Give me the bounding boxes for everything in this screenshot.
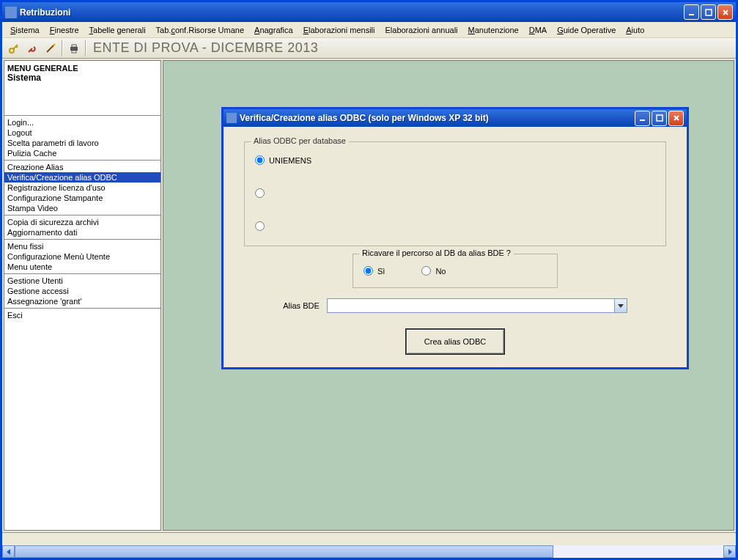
scroll-thumb[interactable] xyxy=(15,545,553,558)
menubar: SistemaFinestreTabelle generaliTab.conf.… xyxy=(2,22,736,38)
sidebar-item[interactable]: Esci xyxy=(4,310,160,320)
sidebar-item[interactable]: Menu utente xyxy=(4,262,160,272)
alias-bde-label: Alias BDE xyxy=(283,301,320,310)
menu-elaborazioni-annuali[interactable]: Elaborazioni annuali xyxy=(380,24,462,36)
menu-manutenzione[interactable]: Manutenzione xyxy=(463,24,524,36)
menu-tabelle-generali[interactable]: Tabelle generali xyxy=(84,24,151,36)
scroll-left-icon[interactable] xyxy=(2,545,15,558)
print-icon[interactable] xyxy=(65,40,83,57)
radio-uniemens-label: UNIEMENS xyxy=(269,156,311,165)
sidebar-item[interactable]: Creazione Alias xyxy=(4,162,160,172)
sidebar-item[interactable]: Gestione accessi xyxy=(4,286,160,296)
radio-yes[interactable]: Sì xyxy=(364,266,385,276)
svg-line-7 xyxy=(47,45,53,52)
svg-rect-10 xyxy=(72,45,76,47)
workspace: Verifica/Creazione alias ODBC (solo per … xyxy=(163,60,734,531)
sidebar-item[interactable]: Scelta parametri di lavoro xyxy=(4,138,160,148)
create-alias-button[interactable]: Crea alias ODBC xyxy=(406,329,504,354)
context-label: ENTE DI PROVA - DICEMBRE 2013 xyxy=(93,40,318,56)
sidebar-title-1: MENU GENERALE xyxy=(7,64,158,73)
radio-db-3-input[interactable] xyxy=(255,221,265,231)
sidebar-item[interactable]: Aggiornamento dati xyxy=(4,227,160,237)
menu-elaborazioni-mensili[interactable]: Elaborazioni mensili xyxy=(298,24,380,36)
app-icon xyxy=(5,7,17,18)
close-button[interactable] xyxy=(717,4,733,20)
wand-icon[interactable] xyxy=(42,40,59,57)
radio-no-input[interactable] xyxy=(421,266,431,276)
sidebar-item[interactable]: Configurazione Stampante xyxy=(4,193,160,203)
sidebar-item[interactable]: Menu fissi xyxy=(4,241,160,251)
menu-dma[interactable]: DMA xyxy=(524,24,552,36)
menu-sistema[interactable]: Sistema xyxy=(5,24,45,36)
svg-rect-12 xyxy=(640,119,645,121)
sidebar-item[interactable]: Configurazione Menù Utente xyxy=(4,251,160,262)
svg-line-6 xyxy=(16,46,18,48)
svg-rect-1 xyxy=(706,10,712,15)
scroll-right-icon[interactable] xyxy=(723,545,736,558)
radio-db-2[interactable] xyxy=(255,188,655,198)
radio-db-2-input[interactable] xyxy=(255,188,265,198)
radio-uniemens-input[interactable] xyxy=(255,155,265,165)
sidebar: MENU GENERALE Sistema Login...LogoutScel… xyxy=(4,60,161,531)
menu-anagrafica[interactable]: Anagrafica xyxy=(249,24,298,36)
menu-tab-conf-risorse-umane[interactable]: Tab.conf.Risorse Umane xyxy=(151,24,249,36)
radio-yes-input[interactable] xyxy=(364,266,373,276)
tools-icon[interactable] xyxy=(23,40,41,57)
scroll-track[interactable] xyxy=(15,545,723,558)
dialog-icon xyxy=(226,113,237,123)
sidebar-item[interactable]: Copia di sicurezza archivi xyxy=(4,217,160,227)
alias-odbc-legend: Alias ODBC per database xyxy=(251,136,349,145)
sidebar-item[interactable]: Stampa Video xyxy=(4,203,160,213)
sidebar-title-2: Sistema xyxy=(7,73,158,86)
svg-rect-9 xyxy=(70,47,78,51)
bde-path-legend: Ricavare il percorso al DB da alias BDE … xyxy=(359,248,514,257)
alias-bde-combo[interactable] xyxy=(327,298,627,313)
svg-marker-16 xyxy=(618,304,624,308)
dialog-maximize-button[interactable] xyxy=(652,111,667,126)
chevron-down-icon[interactable] xyxy=(614,299,627,312)
sidebar-item[interactable]: Verifica/Creazione alias ODBC xyxy=(4,172,160,183)
toolbar-divider xyxy=(62,40,63,56)
sidebar-title: MENU GENERALE Sistema xyxy=(4,61,160,116)
main-title: Retribuzioni xyxy=(20,7,684,18)
svg-rect-0 xyxy=(689,14,694,15)
sidebar-item[interactable]: Logout xyxy=(4,128,160,138)
menu-finestre[interactable]: Finestre xyxy=(45,24,84,36)
menu-guide-operative[interactable]: Guide Operative xyxy=(552,24,621,36)
svg-rect-13 xyxy=(657,115,663,121)
radio-db-3[interactable] xyxy=(255,221,655,231)
toolbar: ENTE DI PROVA - DICEMBRE 2013 xyxy=(2,38,736,59)
dialog-title: Verifica/Creazione alias ODBC (solo per … xyxy=(240,113,635,123)
sidebar-item[interactable]: Pulizia Cache xyxy=(4,148,160,158)
svg-point-8 xyxy=(53,43,56,45)
radio-no[interactable]: No xyxy=(421,266,446,276)
key-icon[interactable] xyxy=(5,40,23,57)
horizontal-scrollbar[interactable] xyxy=(2,545,736,558)
radio-no-label: No xyxy=(435,267,446,276)
sidebar-item[interactable]: Gestione Utenti xyxy=(4,276,160,286)
toolbar-divider xyxy=(85,40,86,56)
alias-odbc-group: Alias ODBC per database UNIEMENS xyxy=(244,141,666,246)
svg-marker-18 xyxy=(728,549,732,555)
sidebar-item[interactable]: Assegnazione 'grant' xyxy=(4,296,160,306)
menu-aiuto[interactable]: Aiuto xyxy=(621,24,649,36)
sidebar-item[interactable]: Registrazione licenza d'uso xyxy=(4,183,160,193)
maximize-button[interactable] xyxy=(701,4,716,20)
svg-rect-11 xyxy=(72,51,76,53)
bde-path-group: Ricavare il percorso al DB da alias BDE … xyxy=(353,254,558,288)
sidebar-item[interactable]: Login... xyxy=(4,117,160,128)
radio-yes-label: Sì xyxy=(377,267,385,276)
radio-uniemens[interactable]: UNIEMENS xyxy=(255,155,655,165)
statusbar xyxy=(2,532,736,545)
dialog-window: Verifica/Creazione alias ODBC (solo per … xyxy=(221,107,689,369)
dialog-close-button[interactable] xyxy=(668,111,684,126)
dialog-minimize-button[interactable] xyxy=(635,111,650,126)
minimize-button[interactable] xyxy=(684,4,699,20)
svg-marker-17 xyxy=(7,549,10,555)
main-titlebar: Retribuzioni xyxy=(2,2,736,22)
